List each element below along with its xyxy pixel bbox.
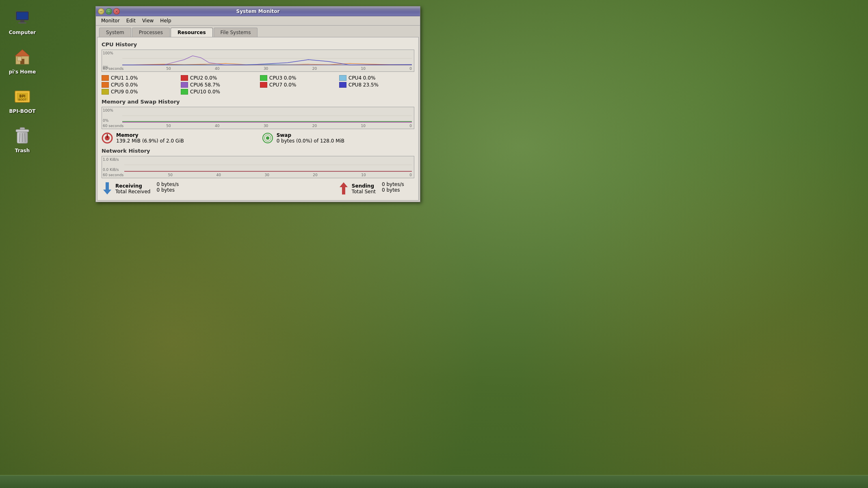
window-content: CPU History 100% 0% (97, 37, 419, 201)
cpu3-color (260, 75, 267, 81)
cpu-chart: 100% 0% 60 seconds 50403 (102, 50, 414, 72)
receiving-label: Receiving (115, 183, 150, 189)
memory-text: Memory 139.2 MiB (6.9%) of 2.0 GiB (116, 132, 184, 144)
svg-text:BOOT: BOOT (18, 98, 27, 101)
svg-rect-2 (20, 20, 24, 22)
menu-help[interactable]: Help (157, 17, 174, 24)
desktop-icon-bpi-boot[interactable]: BPI BOOT BPI-BOOT (6, 87, 39, 114)
minimize-button[interactable]: − (98, 8, 104, 15)
swap-gauge-icon (262, 132, 273, 144)
cpu1-color (102, 75, 109, 81)
cpu-legend: CPU1 1.0% CPU2 0.0% CPU3 0.0% CPU4 0.0% … (102, 75, 414, 95)
cpu6-legend: CPU6 58.7% (181, 82, 256, 88)
network-stats: Receiving Total Received 0 bytes/s 0 byt… (102, 181, 414, 196)
svg-marker-28 (103, 190, 111, 194)
restore-button[interactable]: □ (106, 8, 112, 15)
memory-chart-svg (122, 109, 412, 123)
network-section-title: Network History (102, 148, 414, 154)
cpu1-legend: CPU1 1.0% (102, 75, 177, 81)
menu-monitor[interactable]: Monitor (98, 17, 123, 24)
cpu8-label: CPU8 23.5% (348, 82, 379, 88)
menu-edit[interactable]: Edit (123, 17, 139, 24)
cpu2-label: CPU2 0.0% (190, 75, 217, 81)
cpu4-label: CPU4 0.0% (348, 75, 375, 81)
svg-line-15 (19, 133, 20, 142)
memory-item: Memory 139.2 MiB (6.9%) of 2.0 GiB (102, 132, 184, 144)
sending-values: 0 bytes/s 0 bytes (382, 181, 414, 193)
cpu7-legend: CPU7 0.0% (260, 82, 335, 88)
receiving-item: Receiving Total Received (102, 181, 150, 196)
window-menu: Monitor Edit View Help (96, 16, 420, 26)
cpu1-value: 1.0% (126, 75, 138, 81)
cpu3-legend: CPU3 0.0% (260, 75, 335, 81)
window-titlebar: − □ × System Monitor (96, 6, 420, 16)
cpu9-label: CPU9 0.0% (111, 89, 138, 95)
computer-icon (13, 8, 32, 28)
memory-chart-time: 50403020100 (122, 124, 412, 128)
receiving-text: Receiving Total Received (115, 183, 150, 194)
desktop-icon-computer[interactable]: Computer (6, 8, 39, 35)
receiving-value2: 0 bytes (156, 187, 189, 193)
cpu6-label: CPU6 58.7% (190, 82, 220, 88)
cpu8-value: 23.5% (363, 82, 379, 88)
taskbar (0, 475, 868, 488)
tab-file-systems[interactable]: File Systems (214, 28, 258, 37)
tab-resources[interactable]: Resources (171, 28, 213, 37)
swap-item: Swap 0 bytes (0.0%) of 128.0 MiB (262, 132, 344, 144)
memory-chart-60s: 60 seconds (103, 124, 123, 128)
cpu5-legend: CPU5 0.0% (102, 82, 177, 88)
cpu3-label: CPU3 0.0% (269, 75, 296, 81)
network-chart-svg (124, 158, 412, 172)
desktop-icon-trash[interactable]: Trash (6, 126, 39, 153)
memory-label: Memory (116, 132, 184, 138)
window-tabs: System Processes Resources File Systems (96, 26, 420, 37)
svg-line-17 (25, 133, 25, 142)
svg-rect-7 (17, 57, 22, 61)
cpu10-color (181, 89, 188, 95)
cpu6-color (181, 82, 188, 88)
memory-gauge-icon (102, 132, 113, 144)
desktop-icon-pi-home[interactable]: pi's Home (6, 48, 39, 75)
tab-processes[interactable]: Processes (132, 28, 170, 37)
computer-icon-label: Computer (9, 30, 36, 35)
cpu2-legend: CPU2 0.0% (181, 75, 256, 81)
sending-item: Sending Total Sent (338, 181, 376, 196)
cpu-chart-time: 50403020100 (122, 67, 412, 71)
cpu10-label: CPU10 0.0% (190, 89, 220, 95)
cpu8-legend: CPU8 23.5% (339, 82, 414, 88)
cpu8-color (339, 82, 346, 88)
cpu5-value: 0.0% (126, 82, 138, 88)
svg-rect-13 (16, 130, 29, 132)
trash-icon-label: Trash (15, 148, 30, 153)
cpu-section-title: CPU History (102, 41, 414, 48)
swap-value: 0 bytes (0.0%) of 128.0 MiB (277, 138, 344, 144)
bpi-boot-icon-label: BPI-BOOT (9, 108, 35, 114)
cpu2-color (181, 75, 188, 81)
sending-sublabel: Total Sent (352, 189, 376, 194)
cpu7-label: CPU7 0.0% (269, 82, 296, 88)
svg-marker-5 (15, 50, 30, 56)
sending-text: Sending Total Sent (352, 183, 376, 194)
close-button[interactable]: × (113, 8, 120, 15)
tab-system[interactable]: System (99, 28, 131, 37)
network-chart-60s: 60 seconds (103, 173, 123, 177)
home-icon (13, 48, 32, 67)
cpu6-value: 58.7% (205, 82, 220, 88)
window-title: System Monitor (120, 9, 396, 14)
svg-rect-3 (18, 22, 26, 24)
svg-rect-27 (106, 182, 109, 190)
memory-value: 139.2 MiB (6.9%) of 2.0 GiB (116, 138, 184, 144)
menu-view[interactable]: View (139, 17, 157, 24)
cpu4-color (339, 75, 346, 81)
cpu5-color (102, 82, 109, 88)
memory-chart: 100% 0% 60 seconds 50403020100 (102, 107, 414, 129)
cpu9-value: 0.0% (126, 89, 138, 95)
memory-stats: Memory 139.2 MiB (6.9%) of 2.0 GiB Swap … (102, 132, 414, 144)
pi-home-icon-label: pi's Home (9, 69, 36, 75)
cpu1-label: CPU1 1.0% (111, 75, 138, 81)
cpu-chart-svg (122, 52, 412, 65)
swap-text: Swap 0 bytes (0.0%) of 128.0 MiB (277, 132, 344, 144)
receiving-value1: 0 bytes/s (156, 181, 189, 187)
receiving-icon (102, 181, 113, 196)
cpu9-color (102, 89, 109, 95)
